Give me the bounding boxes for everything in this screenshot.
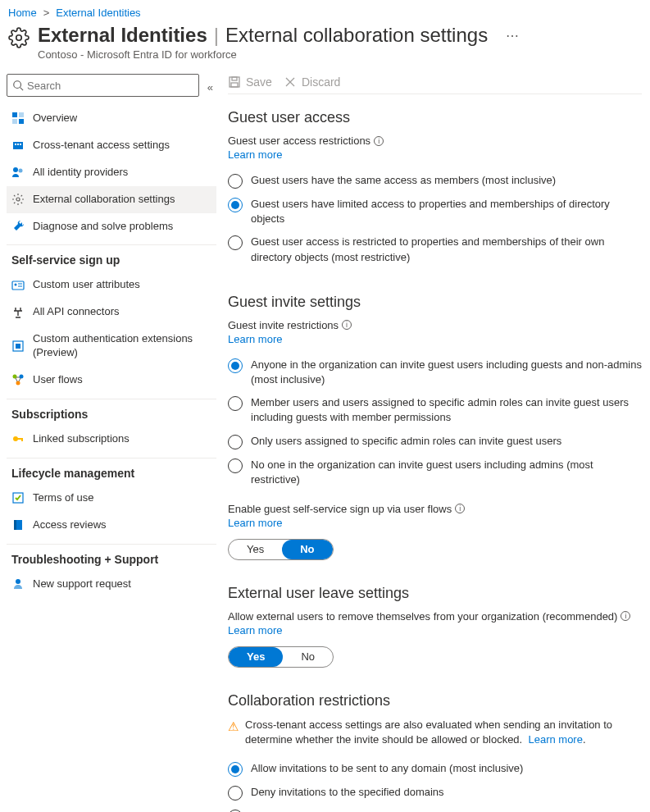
svg-point-11 xyxy=(13,167,18,172)
breadcrumb-home[interactable]: Home xyxy=(8,7,37,19)
collapse-sidebar-icon[interactable]: « xyxy=(204,78,216,97)
learn-more-link[interactable]: Learn more xyxy=(528,733,582,746)
sidebar-item-access-reviews[interactable]: Access reviews xyxy=(7,512,216,539)
sidebar-item-custom-attributes[interactable]: Custom user attributes xyxy=(7,271,216,299)
discard-label: Discard xyxy=(302,75,340,89)
section-title: Guest user access xyxy=(228,109,642,126)
search-input[interactable] xyxy=(24,80,193,92)
radio-collab-deny[interactable]: Deny invitations to the specified domain… xyxy=(228,781,642,805)
radio-label: Guest user access is restricted to prope… xyxy=(251,235,642,264)
discard-icon xyxy=(284,75,297,89)
radio-label: Only users assigned to specific admin ro… xyxy=(251,434,561,449)
toggle-user-leave[interactable]: Yes No xyxy=(228,646,334,668)
field-label: Guest invite restrictions i xyxy=(228,319,642,331)
key-icon xyxy=(11,432,25,445)
page-header: External Identities | External collabora… xyxy=(0,22,650,69)
toolbar: Save Discard xyxy=(228,69,642,94)
info-icon[interactable]: i xyxy=(342,320,352,330)
svg-rect-3 xyxy=(12,112,17,117)
section-title: External user leave settings xyxy=(228,585,642,602)
toggle-yes[interactable]: Yes xyxy=(229,540,282,559)
svg-rect-25 xyxy=(21,438,23,441)
section-guest-access: Guest user access Guest user access rest… xyxy=(228,109,642,269)
connector-icon xyxy=(11,306,25,319)
svg-rect-28 xyxy=(14,520,16,530)
sidebar-item-providers[interactable]: All identity providers xyxy=(7,159,216,186)
info-icon[interactable]: i xyxy=(455,504,465,513)
radio-label: Allow invitations only to the specified … xyxy=(251,809,548,812)
svg-point-1 xyxy=(14,81,21,89)
learn-more-link[interactable]: Learn more xyxy=(228,148,282,161)
book-icon xyxy=(11,518,25,531)
sidebar-item-collab-settings[interactable]: External collaboration settings xyxy=(7,186,216,213)
section-collab-restrictions: Collaboration restrictions ⚠ Cross-tenan… xyxy=(228,692,642,812)
learn-more-link[interactable]: Learn more xyxy=(228,333,282,345)
sidebar-section-selfservice: Self-service sign up xyxy=(7,244,216,271)
sidebar-item-label: External collaboration settings xyxy=(33,193,175,207)
card-icon xyxy=(11,279,25,292)
radio-icon xyxy=(228,458,243,473)
learn-more-link[interactable]: Learn more xyxy=(228,517,282,529)
toggle-yes[interactable]: Yes xyxy=(229,647,283,667)
breadcrumb-page[interactable]: External Identities xyxy=(56,7,140,19)
main-content: Save Discard Guest user access Guest use… xyxy=(220,69,650,812)
radio-guest-restricted[interactable]: Guest user access is restricted to prope… xyxy=(228,230,642,268)
overview-icon xyxy=(11,112,25,125)
sidebar-item-label: Access reviews xyxy=(33,518,107,532)
svg-rect-19 xyxy=(16,344,20,349)
radio-icon xyxy=(228,198,243,212)
toggle-no[interactable]: No xyxy=(282,540,332,559)
sidebar-item-overview[interactable]: Overview xyxy=(7,105,216,132)
svg-point-29 xyxy=(16,579,20,584)
more-icon[interactable]: ⋯ xyxy=(506,28,519,43)
svg-point-0 xyxy=(16,35,22,41)
section-title: Guest invite settings xyxy=(228,294,642,311)
sidebar-item-diagnose[interactable]: Diagnose and solve problems xyxy=(7,213,216,240)
extension-icon xyxy=(11,340,25,353)
save-button[interactable]: Save xyxy=(228,75,272,89)
warning-message: ⚠ Cross-tenant access settings are also … xyxy=(228,718,642,747)
breadcrumb: Home > External Identities xyxy=(0,0,650,22)
svg-rect-5 xyxy=(12,119,17,124)
field-label: Allow external users to remove themselve… xyxy=(228,610,642,623)
radio-invite-admins[interactable]: Only users assigned to specific admin ro… xyxy=(228,430,642,454)
radio-label: Guest users have limited access to prope… xyxy=(251,197,642,226)
page-subtitle: Contoso - Microsoft Entra ID for workfor… xyxy=(38,48,519,61)
toggle-self-service[interactable]: Yes No xyxy=(228,539,334,560)
search-input-wrapper[interactable] xyxy=(7,74,199,97)
learn-more-link[interactable]: Learn more xyxy=(228,624,282,636)
sidebar-item-label: All API connectors xyxy=(33,305,120,319)
radio-collab-allow-any[interactable]: Allow invitations to be sent to any doma… xyxy=(228,757,642,781)
sidebar-item-api-connectors[interactable]: All API connectors xyxy=(7,299,216,326)
sidebar-item-cross-tenant[interactable]: Cross-tenant access settings xyxy=(7,132,216,159)
save-icon xyxy=(228,75,241,89)
radio-collab-allow-only[interactable]: Allow invitations only to the specified … xyxy=(228,805,642,812)
info-icon[interactable]: i xyxy=(374,136,384,146)
radio-invite-noone[interactable]: No one in the organization can invite gu… xyxy=(228,454,642,491)
field-label: Guest user access restrictions i xyxy=(228,135,642,147)
breadcrumb-chevron-icon: > xyxy=(40,7,53,19)
radio-guest-same-access[interactable]: Guest users have the same access as memb… xyxy=(228,169,642,193)
svg-rect-31 xyxy=(232,77,237,80)
radio-invite-anyone[interactable]: Anyone in the organization can invite gu… xyxy=(228,354,642,391)
sidebar-item-terms[interactable]: Terms of use xyxy=(7,485,216,512)
radio-invite-members[interactable]: Member users and users assigned to speci… xyxy=(228,391,642,429)
info-icon[interactable]: i xyxy=(620,611,630,621)
svg-rect-4 xyxy=(19,112,24,117)
sidebar-item-label: New support request xyxy=(33,577,131,591)
search-icon xyxy=(12,80,24,91)
svg-point-13 xyxy=(16,198,20,201)
sidebar-item-label: Custom user attributes xyxy=(33,278,140,292)
discard-button[interactable]: Discard xyxy=(284,75,340,89)
sidebar-item-label: Overview xyxy=(33,112,77,125)
sidebar-item-custom-auth[interactable]: Custom authentication extensions (Previe… xyxy=(7,326,216,367)
sidebar-item-linked-subs[interactable]: Linked subscriptions xyxy=(7,426,216,453)
sidebar-item-label: Cross-tenant access settings xyxy=(33,139,170,153)
sidebar-item-support[interactable]: New support request xyxy=(7,571,216,598)
section-guest-invite: Guest invite settings Guest invite restr… xyxy=(228,294,642,560)
sidebar-item-label: All identity providers xyxy=(33,166,128,180)
toggle-no[interactable]: No xyxy=(283,647,333,667)
radio-label: No one in the organization can invite gu… xyxy=(251,458,642,487)
sidebar-item-user-flows[interactable]: User flows xyxy=(7,367,216,394)
radio-guest-limited[interactable]: Guest users have limited access to prope… xyxy=(228,193,642,230)
